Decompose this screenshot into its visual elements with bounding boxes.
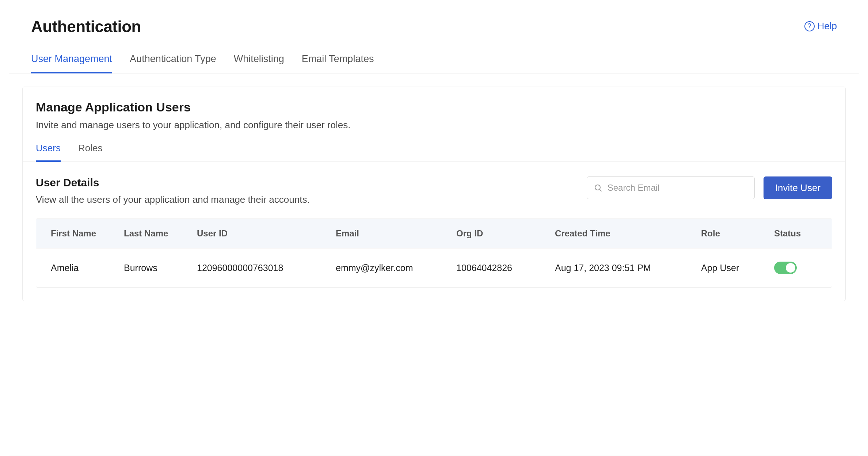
col-user-id: User ID <box>182 219 321 248</box>
page-header: Authentication ? Help <box>9 0 859 36</box>
toggle-knob <box>786 263 795 273</box>
col-last-name: Last Name <box>109 219 182 248</box>
details-left: User Details View all the users of your … <box>36 176 310 205</box>
section-head: Manage Application Users Invite and mana… <box>23 87 845 131</box>
sub-tab-users[interactable]: Users <box>36 142 61 162</box>
cell-org-id: 10064042826 <box>442 250 540 286</box>
details-subtitle: View all the users of your application a… <box>36 194 310 205</box>
user-table: First Name Last Name User ID Email Org I… <box>36 218 832 288</box>
cell-status <box>760 248 832 287</box>
page-title: Authentication <box>31 18 141 36</box>
content-card: Manage Application Users Invite and mana… <box>22 87 846 301</box>
sub-tab-roles[interactable]: Roles <box>78 142 102 162</box>
tab-email-templates[interactable]: Email Templates <box>302 53 374 73</box>
help-icon: ? <box>804 21 815 31</box>
col-org-id: Org ID <box>442 219 540 248</box>
cell-email: emmy@zylker.com <box>321 250 442 286</box>
col-email: Email <box>321 219 442 248</box>
tab-user-management[interactable]: User Management <box>31 53 112 73</box>
details-row: User Details View all the users of your … <box>23 162 845 205</box>
details-right: Invite User <box>587 176 832 199</box>
cell-last-name: Burrows <box>109 250 182 286</box>
section-title: Manage Application Users <box>36 100 832 114</box>
cell-first-name: Amelia <box>36 250 109 286</box>
tab-authentication-type[interactable]: Authentication Type <box>130 53 216 73</box>
invite-user-button[interactable]: Invite User <box>764 176 832 199</box>
col-created-time: Created Time <box>540 219 686 248</box>
search-icon <box>594 183 602 192</box>
section-subtitle: Invite and manage users to your applicat… <box>36 119 832 131</box>
cell-user-id: 12096000000763018 <box>182 250 321 286</box>
sub-tabs: Users Roles <box>23 131 845 162</box>
help-label: Help <box>818 20 837 32</box>
col-first-name: First Name <box>36 219 109 248</box>
help-link[interactable]: ? Help <box>804 20 837 32</box>
tab-whitelisting[interactable]: Whitelisting <box>234 53 284 73</box>
search-wrap[interactable] <box>587 176 755 199</box>
cell-created-time: Aug 17, 2023 09:51 PM <box>540 250 686 286</box>
top-tabs: User Management Authentication Type Whit… <box>9 36 859 73</box>
status-toggle[interactable] <box>774 262 797 274</box>
col-role: Role <box>686 219 760 248</box>
svg-line-1 <box>599 190 601 191</box>
page-container: Authentication ? Help User Management Au… <box>9 0 859 456</box>
cell-role: App User <box>686 250 760 286</box>
table-row[interactable]: Amelia Burrows 12096000000763018 emmy@zy… <box>36 248 832 287</box>
search-input[interactable] <box>608 183 748 193</box>
details-title: User Details <box>36 176 310 189</box>
col-status: Status <box>760 219 832 248</box>
table-header: First Name Last Name User ID Email Org I… <box>36 219 832 248</box>
